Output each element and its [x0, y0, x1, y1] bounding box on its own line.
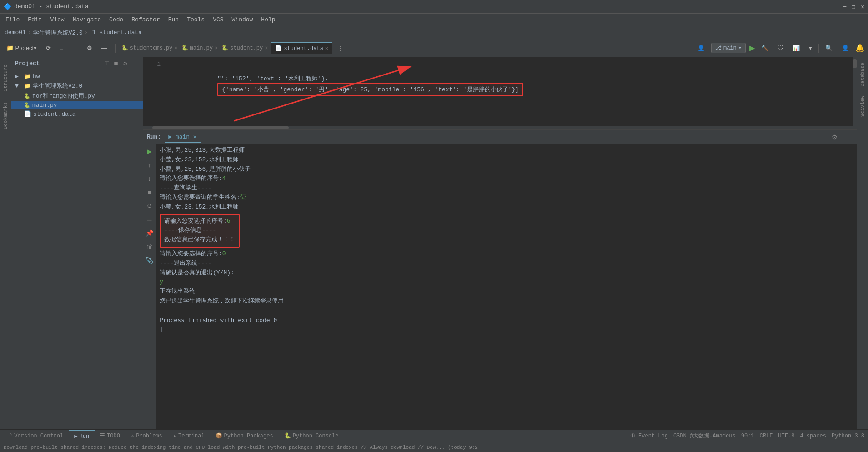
- menu-run[interactable]: Run: [165, 15, 182, 25]
- sidebar-close-button[interactable]: —: [131, 60, 139, 68]
- menu-refactor[interactable]: Refactor: [128, 15, 163, 25]
- run-main-tab[interactable]: ▶ main ✕: [165, 131, 200, 143]
- run-trash-button[interactable]: 🗑: [145, 241, 155, 252]
- tree-label-for-range: for和range的使用.py: [32, 92, 95, 100]
- collapse-all-button[interactable]: ≡: [57, 43, 66, 53]
- profile-icon-button[interactable]: 👤: [839, 43, 852, 53]
- breadcrumb-file[interactable]: 🗒 student.data: [90, 29, 142, 36]
- spaces-label[interactable]: 4 spaces: [800, 433, 826, 439]
- output-line-6: 请输入您需要查询的学生姓名:莹: [160, 193, 853, 203]
- user-icon-button[interactable]: 👤: [695, 43, 707, 53]
- tab-main-top[interactable]: 🐍 main.py ✕: [181, 45, 218, 51]
- bottom-tab-version-control[interactable]: ⌃ Version Control: [4, 430, 69, 442]
- settings-toolbar-button[interactable]: ⚙: [84, 43, 95, 53]
- maximize-button[interactable]: ❐: [852, 3, 855, 10]
- tab-student[interactable]: 🐍 student.py ✕: [221, 45, 268, 51]
- title-bar-left: 🔷 demo01 - student.data: [4, 3, 89, 10]
- output-line-3: 小曹,男,25,156,是胖胖的小伙子: [160, 165, 853, 174]
- run-close-button[interactable]: —: [843, 132, 853, 143]
- structure-panel-tab[interactable]: Structure: [1, 59, 10, 97]
- editor-scrollbar-vertical[interactable]: [853, 57, 857, 129]
- menu-vcs[interactable]: VCS: [209, 15, 227, 25]
- project-view-button[interactable]: 📁 Project▾: [4, 43, 40, 53]
- sidebar-more-button[interactable]: ⚙: [121, 60, 129, 68]
- breadcrumb: demo01 › 学生管理系统V2.0 › 🗒 student.data: [0, 26, 868, 39]
- tree-item-for-range[interactable]: 🐍 for和range的使用.py: [11, 91, 143, 101]
- menu-view[interactable]: View: [46, 15, 68, 25]
- menu-edit[interactable]: Edit: [24, 15, 45, 25]
- sync-button[interactable]: ⟳: [43, 43, 54, 53]
- sidebar-title: Project: [15, 60, 40, 67]
- branch-selector[interactable]: ⎇ main ▾: [711, 43, 746, 53]
- profile-button[interactable]: 📊: [790, 43, 803, 53]
- run-output: 小张,男,25,313,大数据工程师 小莹,女,23,152,水利工程师 小曹,…: [156, 144, 857, 429]
- run-stop-button[interactable]: ■: [146, 187, 153, 198]
- breadcrumb-folder[interactable]: 学生管理系统V2.0: [33, 29, 83, 37]
- coverage-button[interactable]: 🛡: [775, 43, 786, 53]
- tab-student-data-active[interactable]: 📄 student.data ✕: [271, 42, 332, 54]
- output-line-1: 小张,男,25,313,大数据工程师: [160, 146, 853, 155]
- menu-navigate[interactable]: Navigate: [69, 15, 105, 25]
- run-pin2-button[interactable]: 📎: [144, 255, 155, 266]
- right-vertical-panel: Database SciView: [857, 57, 868, 429]
- toolbar-left: 📁 Project▾ ⟳ ≡ ≣ ⚙ — 🐍 studentcms.py ✕ 🐍…: [4, 42, 345, 54]
- encoding-label[interactable]: UTF-8: [778, 433, 794, 439]
- tree-item-student-data[interactable]: 📄 student.data: [11, 109, 143, 119]
- menu-help[interactable]: Help: [257, 15, 279, 25]
- python-version-label[interactable]: Python 3.8: [832, 433, 864, 439]
- more-tabs-button[interactable]: ⋮: [336, 45, 345, 52]
- more-run-button[interactable]: ▾: [806, 43, 815, 53]
- tree-label-main-py: main.py: [32, 102, 57, 109]
- search-everywhere-button[interactable]: 🔍: [823, 43, 835, 53]
- tab-studentcms[interactable]: 🐍 studentcms.py ✕: [121, 45, 178, 51]
- bookmarks-panel-tab[interactable]: Bookmarks: [1, 97, 10, 134]
- run-button[interactable]: ▶: [749, 44, 755, 52]
- output-line-17: [160, 306, 853, 316]
- run-scroll-down-button[interactable]: ↓: [146, 173, 153, 184]
- update-indicator: 🔔: [855, 44, 864, 53]
- breadcrumb-project[interactable]: demo01: [5, 29, 26, 36]
- minimize-button[interactable]: —: [843, 3, 847, 10]
- tree-item-student-system[interactable]: ▼ 📁 学生管理系统V2.0: [11, 81, 143, 91]
- line-ending-label[interactable]: CRLF: [760, 433, 773, 439]
- bottom-tab-run[interactable]: ▶ Run: [69, 430, 95, 442]
- bottom-tab-todo[interactable]: ☰ TODO: [95, 430, 125, 442]
- bottom-tab-problems[interactable]: ⚠ Problems: [125, 430, 168, 442]
- sidebar-collapse-button[interactable]: ≣: [112, 60, 120, 68]
- menu-code[interactable]: Code: [105, 15, 127, 25]
- run-settings-button[interactable]: ⚙: [830, 132, 839, 143]
- close-button[interactable]: ✕: [861, 3, 864, 10]
- editor-scrollbar-h[interactable]: [143, 126, 853, 129]
- sidebar-scroll-top-button[interactable]: ⊤: [103, 60, 110, 68]
- run-left-icons: ▶ ↑ ↓ ■ ↺ ═ 📌 🗑 📎: [143, 144, 156, 429]
- branch-dropdown-icon: ▾: [738, 45, 742, 51]
- left-vertical-panel: Structure Bookmarks: [0, 57, 11, 429]
- run-rerun-button[interactable]: ↺: [145, 200, 154, 211]
- run-tab-label: Run: [80, 433, 90, 440]
- bottom-tab-terminal[interactable]: ▸ Terminal: [168, 430, 210, 442]
- event-log-label[interactable]: ① Event Log: [630, 432, 668, 439]
- output-line-4: 请输入您要选择的序号:4: [160, 174, 853, 184]
- build-button[interactable]: 🔨: [758, 43, 771, 53]
- menu-file[interactable]: File: [2, 15, 23, 25]
- title-bar-controls[interactable]: — ❐ ✕: [843, 3, 864, 10]
- bottom-tab-python-console[interactable]: 🐍 Python Console: [279, 430, 344, 442]
- run-play-button[interactable]: ▶: [145, 146, 154, 157]
- menu-tools[interactable]: Tools: [183, 15, 208, 25]
- database-panel-tab[interactable]: Database: [858, 59, 867, 90]
- run-close-panel-button[interactable]: ═: [146, 214, 154, 225]
- code-content: 1 "': '152', 'text': '水利工程师'}, {'name': …: [143, 57, 857, 129]
- tree-item-main-py[interactable]: 🐍 main.py: [11, 101, 143, 109]
- minimize-panel-button[interactable]: —: [99, 43, 110, 53]
- run-pin-button[interactable]: 📌: [144, 228, 155, 238]
- tree-item-hw[interactable]: ▶ 📁 hw: [11, 72, 143, 81]
- expand-all-button[interactable]: ≣: [70, 43, 80, 53]
- run-content: ▶ ↑ ↓ ■ ↺ ═ 📌 🗑 📎 小张,男,25,313,大数据工程师 小莹,…: [143, 144, 857, 429]
- sciview-panel-tab[interactable]: SciView: [858, 92, 867, 120]
- py-file-icon-main: 🐍: [24, 102, 30, 108]
- run-scroll-up-button[interactable]: ↑: [146, 159, 153, 170]
- output-line-9: ----保存信息----: [164, 226, 235, 235]
- menu-window[interactable]: Window: [228, 15, 257, 25]
- bottom-tab-python-packages[interactable]: 📦 Python Packages: [210, 430, 279, 442]
- toolbar-divider2: [818, 44, 819, 53]
